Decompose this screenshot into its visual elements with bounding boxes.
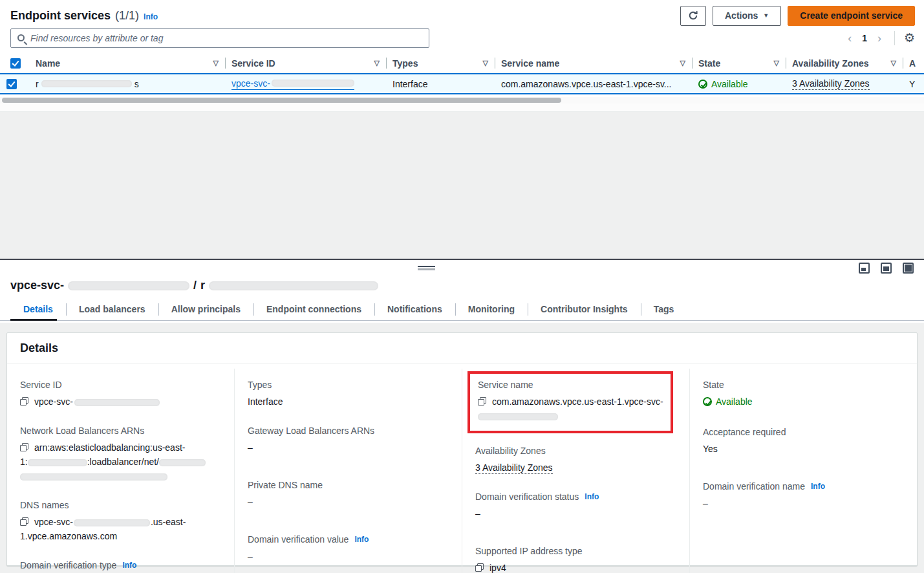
column-header-clipped[interactable]: A [903, 54, 924, 72]
tab-load-balancers[interactable]: Load balancers [66, 298, 158, 320]
panel-position-bottom-icon[interactable] [859, 263, 870, 274]
redacted-service-id [272, 80, 354, 87]
actions-button[interactable]: Actions ▼ [713, 6, 781, 26]
row-select-cell [0, 74, 29, 93]
field-supported-ip: Supported IP address type ipv4 [475, 544, 676, 573]
column-header-name[interactable]: Name ▽ [29, 54, 225, 72]
field-domain-verification-status: Domain verification status Info – [475, 490, 676, 521]
split-panel-drag-handle[interactable] [418, 266, 435, 270]
row-service-name-cell: com.amazonaws.vpce.us-east-1.vpce-sv... [495, 74, 692, 93]
header-actions: Actions ▼ Create endpoint service [680, 6, 915, 26]
create-endpoint-service-button[interactable]: Create endpoint service [788, 6, 915, 26]
info-link[interactable]: Info [585, 490, 599, 504]
page-header: Endpoint services (1/1) Info Actions ▼ C… [10, 5, 915, 27]
chevron-down-icon: ▼ [763, 12, 769, 19]
copy-icon[interactable] [478, 397, 486, 405]
redacted-account-id [28, 459, 87, 466]
row-state-cell: Available [692, 74, 786, 93]
field-service-id: Service ID vpce-svc- [20, 378, 221, 409]
details-column-2: Types Interface Gateway Load Balancers A… [234, 369, 462, 573]
details-column-3: Service name com.amazonaws.vpce.us-east-… [462, 369, 689, 573]
tab-details[interactable]: Details [10, 298, 66, 320]
copy-icon[interactable] [20, 517, 28, 526]
info-link[interactable]: Info [354, 532, 369, 546]
pager-divider [894, 31, 895, 45]
table-bottom-strip [0, 103, 924, 112]
panel-position-full-icon[interactable] [903, 263, 914, 274]
column-header-service-name[interactable]: Service name ▽ [495, 54, 692, 72]
field-private-dns-name: Private DNS name – [248, 478, 449, 509]
details-column-4: State Available Acceptance required Yes [689, 369, 917, 573]
details-card: Details Service ID vpce-svc- Network L [6, 332, 918, 566]
redacted-title-id [68, 281, 189, 290]
split-panel-title: vpce-svc- / r [0, 277, 924, 298]
field-domain-verification-value: Domain verification value Info – [248, 532, 449, 563]
row-name-cell: r s [29, 74, 225, 93]
previous-page-button[interactable]: ‹ [844, 32, 855, 44]
column-header-service-id[interactable]: Service ID ▽ [225, 54, 386, 72]
success-check-icon [698, 80, 707, 89]
actions-button-label: Actions [725, 10, 758, 21]
field-service-name: Service name com.amazonaws.vpce.us-east-… [478, 378, 664, 423]
tab-monitoring[interactable]: Monitoring [455, 298, 528, 320]
column-header-types[interactable]: Types ▽ [386, 54, 495, 72]
table-controls-row: ‹ 1 › ⚙ [10, 28, 915, 48]
next-page-button[interactable]: › [874, 32, 885, 44]
details-column-1: Service ID vpce-svc- Network Load Balanc… [7, 369, 234, 573]
filter-icon[interactable]: ▽ [675, 59, 685, 67]
endpoint-services-screen: Endpoint services (1/1) Info Actions ▼ C… [0, 0, 924, 573]
horizontal-scrollbar-thumb[interactable] [2, 98, 561, 103]
search-box [10, 28, 429, 48]
filter-icon[interactable]: ▽ [886, 59, 896, 67]
tab-tags[interactable]: Tags [641, 298, 687, 320]
filter-icon[interactable]: ▽ [208, 59, 219, 67]
select-all-checkbox[interactable] [10, 58, 21, 69]
row-service-id-cell: vpce-svc- [225, 74, 386, 93]
redacted-dns-id [74, 519, 150, 526]
tab-allow-principals[interactable]: Allow principals [158, 298, 253, 320]
copy-icon[interactable] [475, 563, 484, 572]
field-dns-names: DNS names vpce-svc-.us-east- 1.vpce.amaz… [20, 498, 221, 543]
current-page-number[interactable]: 1 [858, 33, 871, 43]
split-panel-chrome [0, 260, 924, 277]
tab-contributor-insights[interactable]: Contributor Insights [528, 298, 641, 320]
field-availability-zones: Availability Zones 3 Availability Zones [475, 444, 676, 475]
tab-endpoint-connections[interactable]: Endpoint connections [253, 298, 374, 320]
tab-notifications[interactable]: Notifications [374, 298, 455, 320]
filter-icon[interactable]: ▽ [478, 59, 488, 67]
split-panel: vpce-svc- / r Details Load balancers All… [0, 259, 924, 573]
table-header-row: Name ▽ Service ID ▽ Types ▽ Service name… [0, 54, 924, 72]
refresh-icon [688, 10, 698, 21]
annotation-red-box: Service name com.amazonaws.vpce.us-east-… [467, 371, 673, 433]
row-checkbox[interactable] [6, 79, 17, 89]
field-state: State Available [703, 378, 904, 410]
title-group: Endpoint services (1/1) Info [10, 9, 158, 23]
filter-icon[interactable]: ▽ [769, 59, 779, 67]
horizontal-scrollbar[interactable] [0, 97, 924, 103]
service-id-link[interactable]: vpce-svc- [231, 78, 354, 90]
field-types: Types Interface [248, 378, 449, 409]
redacted-arn-tail [20, 473, 167, 481]
field-nlb-arns: Network Load Balancers ARNs arn:aws:elas… [20, 424, 221, 483]
column-header-availability-zones[interactable]: Availability Zones ▽ [786, 54, 903, 72]
endpoint-services-table-pane: Endpoint services (1/1) Info Actions ▼ C… [0, 0, 924, 259]
gear-icon[interactable]: ⚙ [904, 32, 915, 44]
availability-zones-popover-link[interactable]: 3 Availability Zones [792, 78, 870, 90]
copy-icon[interactable] [20, 443, 28, 451]
row-clipped-cell: Y [903, 74, 924, 93]
row-availability-zones-cell: 3 Availability Zones [786, 74, 903, 93]
redacted-title-name [209, 281, 378, 290]
search-input[interactable] [30, 33, 422, 43]
header-info-link[interactable]: Info [144, 12, 158, 21]
table-row[interactable]: r s vpce-svc- Interface com.amazonaws.vp… [0, 73, 924, 94]
info-link[interactable]: Info [811, 479, 825, 493]
copy-icon[interactable] [20, 397, 28, 405]
availability-zones-popover-link[interactable]: 3 Availability Zones [475, 462, 553, 474]
column-header-state[interactable]: State ▽ [692, 54, 786, 72]
redacted-service-id-value [74, 399, 160, 406]
filter-icon[interactable]: ▽ [369, 59, 380, 67]
content-background [0, 112, 924, 259]
refresh-button[interactable] [680, 6, 706, 26]
info-link[interactable]: Info [122, 558, 136, 572]
panel-position-side-icon[interactable] [881, 263, 892, 274]
